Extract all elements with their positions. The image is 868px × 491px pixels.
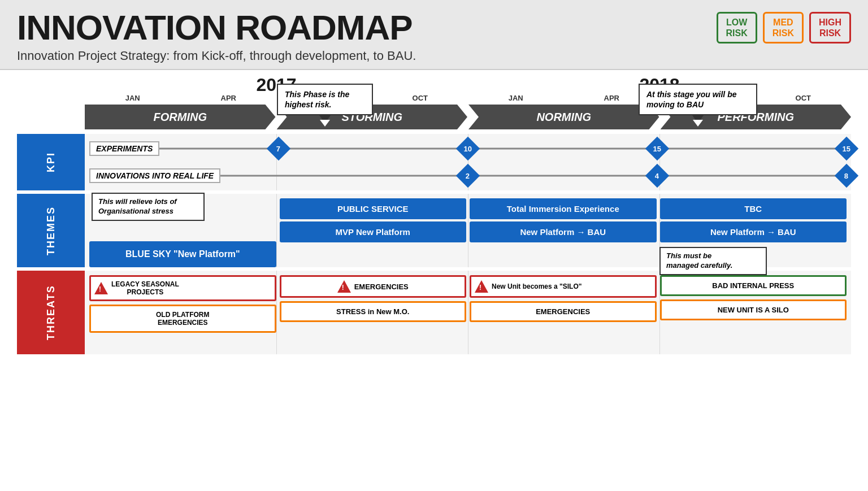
subtitle: Innovation Project Strategy: from Kick-o… <box>17 49 851 63</box>
theme-total-immersion: Total Immersion Experience <box>470 198 657 219</box>
threats-col-4: BAD INTERNAL PRESS NEW UNIT IS A SILO <box>660 275 847 350</box>
threat-silo: ! New Unit becomes a "SILO" <box>470 275 657 298</box>
threats-col-1: ! LEGACY SEASONALPROJECTS OLD PLATFORMEM… <box>89 275 276 350</box>
threats-label: THREATS <box>17 271 85 354</box>
page-title: INNOVATION ROADMAP <box>17 10 413 45</box>
callout-storming: This Phase is thehighest risk. <box>277 84 373 115</box>
theme-mvp: MVP New Platform <box>280 221 467 242</box>
med-risk-badge: MEDRISK <box>763 12 804 44</box>
kpi-label: KPI <box>17 134 85 190</box>
exp-diamond-1: 7 <box>267 137 290 160</box>
theme-tbc: TBC <box>660 198 847 219</box>
threat-bad-press: BAD INTERNAL PRESS <box>660 275 847 296</box>
threats-col-3: ! New Unit becomes a "SILO" EMERGENCIES <box>470 275 657 350</box>
phase-norming: NORMING <box>468 105 659 129</box>
timeline-section: This Phase is thehighest risk. At this s… <box>17 76 851 354</box>
theme-new-platform-bau-1: New Platform → BAU <box>470 221 657 242</box>
threat-emergencies-2: EMERGENCIES <box>470 301 657 322</box>
threat-new-unit-silo: NEW UNIT IS A SILO <box>660 299 847 320</box>
themes-col-3: Total Immersion Experience New Platform … <box>470 198 657 267</box>
high-risk-badge: HIGHRISK <box>809 12 851 44</box>
inn-diamond-2: 4 <box>645 164 669 188</box>
inn-diamond-3: 8 <box>835 164 858 188</box>
main-content: This Phase is thehighest risk. At this s… <box>0 76 868 354</box>
exp-diamond-3: 15 <box>645 137 669 160</box>
callout-performing: At this stage you will bemoving to BAU <box>639 84 757 115</box>
months-2017: JAN APR JUL OCT <box>85 94 468 102</box>
threats-content: This must bemanaged carefully. ! LEGACY … <box>85 271 851 354</box>
slide: INNOVATION ROADMAP LOWRISK MEDRISK HIGHR… <box>0 0 868 491</box>
threats-section: THREATS This must bemanaged carefully. <box>17 271 851 354</box>
experiments-label-box: EXPERIMENTS <box>89 141 159 156</box>
threat-legacy: ! LEGACY SEASONALPROJECTS <box>89 275 276 301</box>
themes-label: THEMES <box>17 194 85 267</box>
low-risk-badge: LOWRISK <box>717 12 757 44</box>
threat-stress: STRESS in New M.O. <box>280 301 467 322</box>
kpi-content: EXPERIMENTS 7 10 15 15 <box>85 134 851 190</box>
theme-public-service: PUBLIC SERVICE <box>280 198 467 219</box>
themes-col-1: This will relieve lots ofOrganisational … <box>89 198 276 267</box>
risk-legend: LOWRISK MEDRISK HIGHRISK <box>717 12 851 44</box>
threat-old-platform: OLD PLATFORMEMERGENCIES <box>89 305 276 333</box>
inn-diamond-1: 2 <box>456 164 480 188</box>
theme-blue-sky: BLUE SKY "New Platform" <box>89 241 276 267</box>
header: INNOVATION ROADMAP LOWRISK MEDRISK HIGHR… <box>0 0 868 70</box>
year-2017: 2017 <box>85 76 468 94</box>
kpi-experiments-row: EXPERIMENTS 7 10 15 15 <box>89 136 847 161</box>
phase-forming: FORMING <box>85 105 276 129</box>
innovations-label-box: INNOVATIONS INTO REAL LIFE <box>89 168 220 183</box>
kpi-section: KPI EXPERIMENTS 7 <box>17 134 851 190</box>
exp-diamond-2: 10 <box>456 137 480 160</box>
threat-emergencies-1: ! EMERGENCIES <box>280 275 467 298</box>
exp-diamond-4: 15 <box>835 137 858 160</box>
themes-callout: This will relieve lots ofOrganisational … <box>92 193 205 221</box>
threats-callout: This must bemanaged carefully. <box>659 247 767 275</box>
theme-new-platform-bau-2: New Platform → BAU <box>660 221 847 242</box>
threats-col-2: ! EMERGENCIES STRESS in New M.O. <box>280 275 467 350</box>
themes-col-2: PUBLIC SERVICE MVP New Platform <box>280 198 467 267</box>
kpi-innovations-row: INNOVATIONS INTO REAL LIFE 2 4 8 <box>89 163 847 188</box>
